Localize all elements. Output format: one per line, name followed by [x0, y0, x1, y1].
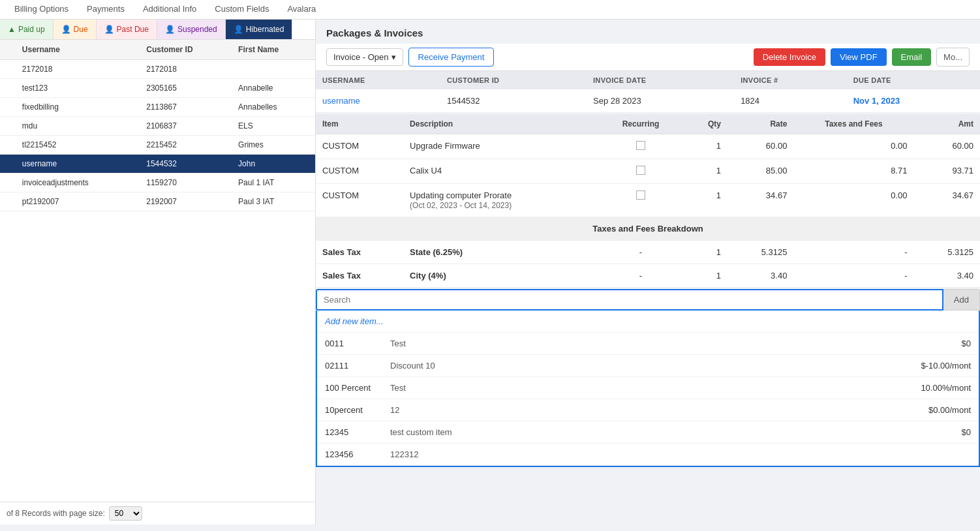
top-navigation: Billing Options Payments Additional Info…: [0, 0, 980, 20]
qty-cell: 1: [683, 159, 727, 184]
row-username: 2172018: [17, 60, 141, 79]
inv-username-link[interactable]: username: [322, 96, 360, 106]
items-table-row: CUSTOM Upgrade Firmware 1 60.00 0.00 60.…: [316, 134, 980, 159]
items-col-qty: Qty: [683, 114, 727, 134]
search-input[interactable]: [316, 289, 943, 311]
recurring-checkbox[interactable]: [636, 190, 645, 200]
email-button[interactable]: Email: [892, 48, 932, 66]
col-header-inv-customerid: CUSTOMER ID: [440, 71, 587, 89]
paid-up-icon: ▲: [8, 25, 16, 34]
invoice-toolbar-right: Delete Invoice View PDF Email Mo...: [754, 48, 970, 67]
table-row[interactable]: invoiceadjustments 1159270 Paul 1 IAT: [0, 174, 315, 192]
item-price: $0: [906, 427, 971, 437]
item-code: 10percent: [325, 405, 384, 415]
add-new-item[interactable]: Add new item...: [317, 311, 979, 333]
row-firstname: Paul 1 IAT: [233, 174, 315, 192]
row-username: tl2215452: [17, 136, 141, 155]
rate-cell: 34.67: [727, 184, 793, 217]
tax-desc-cell: State (6.25%): [403, 241, 598, 264]
items-col-taxes: Taxes and Fees: [793, 114, 913, 134]
inv-username-cell: username: [316, 89, 440, 113]
item-cell: CUSTOM: [316, 159, 403, 184]
tab-avalara[interactable]: Avalara: [278, 0, 325, 19]
row-username: test123: [17, 79, 141, 98]
taxes-header-row: Taxes and Fees Breakdown: [316, 217, 980, 241]
list-item[interactable]: 02111 Discount 10 $-10.00/mont: [317, 355, 979, 377]
taxes-cell: 8.71: [793, 159, 913, 184]
col-header-firstname: First Name: [233, 40, 315, 60]
tab-billing-options[interactable]: Billing Options: [5, 0, 78, 19]
table-row[interactable]: mdu 2106837 ELS: [0, 117, 315, 136]
status-tab-suspended[interactable]: 👤 Suspended: [157, 20, 226, 39]
col-header-inv-num: INVOICE #: [734, 71, 847, 89]
past-due-label: Past Due: [117, 25, 149, 34]
status-tab-paid-up[interactable]: ▲ Paid up: [0, 20, 54, 39]
row-check: [0, 136, 17, 155]
item-price: $-10.00/mont: [906, 361, 971, 371]
status-tab-due[interactable]: 👤 Due: [54, 20, 97, 39]
pagination-bar: of 8 Records with page size: 50 25 100: [0, 502, 315, 524]
list-item[interactable]: 12345 test custom item $0: [317, 421, 979, 444]
taxes-cell: 0.00: [793, 134, 913, 159]
table-row[interactable]: tl2215452 2215452 Grimes: [0, 136, 315, 155]
view-pdf-button[interactable]: View PDF: [831, 48, 887, 66]
items-col-recurring: Recurring: [598, 114, 683, 134]
table-row[interactable]: test123 2305165 Annabelle: [0, 79, 315, 98]
row-username: pt2192007: [17, 192, 141, 211]
paid-up-label: Paid up: [18, 25, 45, 34]
row-firstname: ELS: [233, 117, 315, 136]
list-item[interactable]: 0011 Test $0: [317, 333, 979, 355]
item-cell: CUSTOM: [316, 184, 403, 217]
row-username: fixedbilling: [17, 98, 141, 117]
table-row[interactable]: fixedbilling 2113867 Annabelles: [0, 98, 315, 117]
recurring-cell: [598, 159, 683, 184]
recurring-checkbox[interactable]: [636, 166, 645, 175]
main-layout: ▲ Paid up 👤 Due 👤 Past Due 👤 Suspended 👤…: [0, 20, 980, 524]
row-firstname: [233, 60, 315, 79]
table-row[interactable]: username 1544532 John: [0, 155, 315, 174]
tax-row: Sales Tax City (4%) - 1 3.40 - 3.40: [316, 264, 980, 288]
due-icon: 👤: [61, 25, 71, 34]
section-title: Packages & Invoices: [316, 20, 980, 44]
tax-row: Sales Tax State (6.25%) - 1 5.3125 - 5.3…: [316, 241, 980, 264]
status-tab-past-due[interactable]: 👤 Past Due: [97, 20, 157, 39]
invoice-status-dropdown[interactable]: Invoice - Open ▾: [326, 48, 403, 66]
item-desc: 12: [390, 405, 899, 415]
suspended-label: Suspended: [177, 25, 217, 34]
recurring-checkbox[interactable]: [636, 141, 645, 150]
items-col-item: Item: [316, 114, 403, 134]
left-panel: ▲ Paid up 👤 Due 👤 Past Due 👤 Suspended 👤…: [0, 20, 316, 524]
tab-additional-info[interactable]: Additional Info: [134, 0, 206, 19]
hibernated-label: Hibernated: [246, 25, 284, 34]
invoice-status-text: Invoice - Open: [333, 52, 389, 62]
delete-invoice-button[interactable]: Delete Invoice: [754, 48, 825, 66]
inv-customerid-cell: 1544532: [440, 89, 587, 113]
table-row[interactable]: 2172018 2172018: [0, 60, 315, 79]
col-header-customerid: Customer ID: [141, 40, 233, 60]
receive-payment-button[interactable]: Receive Payment: [408, 48, 495, 67]
tax-rate-cell: 3.40: [727, 264, 793, 288]
tab-custom-fields[interactable]: Custom Fields: [206, 0, 278, 19]
desc-cell: Calix U4: [403, 159, 598, 184]
row-check: [0, 192, 17, 211]
tax-qty-cell: 1: [683, 241, 727, 264]
list-item[interactable]: 10percent 12 $0.00/mont: [317, 399, 979, 421]
status-tabs: ▲ Paid up 👤 Due 👤 Past Due 👤 Suspended 👤…: [0, 20, 315, 40]
tax-qty-cell: 1: [683, 264, 727, 288]
page-size-select[interactable]: 50 25 100: [109, 506, 142, 521]
amt-cell: 93.71: [914, 159, 980, 184]
item-desc: Test: [390, 383, 899, 393]
list-item[interactable]: 100 Percent Test 10.00%/mont: [317, 377, 979, 399]
table-row[interactable]: pt2192007 2192007 Paul 3 IAT: [0, 192, 315, 211]
list-item[interactable]: 123456 122312: [317, 444, 979, 466]
row-check: [0, 98, 17, 117]
search-add-row: Add: [316, 289, 980, 311]
items-col-amt: Amt: [914, 114, 980, 134]
items-table-row: CUSTOM Calix U4 1 85.00 8.71 93.71: [316, 159, 980, 184]
add-button[interactable]: Add: [943, 289, 980, 311]
more-button[interactable]: Mo...: [936, 48, 970, 67]
invoice-detail-table: USERNAME CUSTOMER ID INVOICE DATE INVOIC…: [316, 71, 980, 113]
status-tab-hibernated[interactable]: 👤 Hibernated: [226, 20, 293, 39]
tab-payments[interactable]: Payments: [78, 0, 134, 19]
suspended-icon: 👤: [165, 25, 175, 34]
